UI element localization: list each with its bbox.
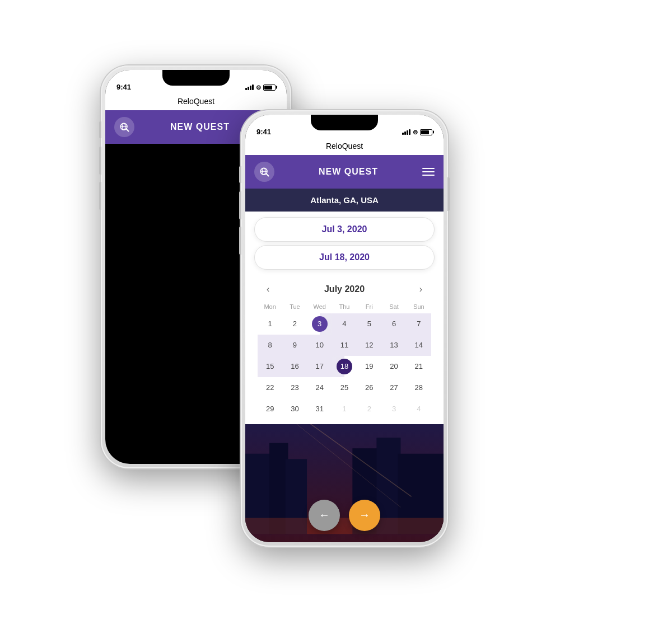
cal-row-2: 8 9 10 11 12 13 14 (258, 335, 431, 356)
th-thu: Thu (332, 301, 357, 313)
cal-row-1: 1 2 3 4 5 6 7 (258, 313, 431, 335)
globe-search-icon-back[interactable] (114, 117, 134, 137)
cal-day-15[interactable]: 15 (258, 356, 282, 377)
location-text-front: Atlanta, GA, USA (310, 195, 379, 205)
time-back: 9:41 (116, 83, 131, 91)
calendar-nav: ‹ July 2020 › (258, 280, 431, 301)
cal-day-17[interactable]: 17 (307, 356, 332, 377)
cal-row-3: 15 16 17 18 19 20 21 (258, 356, 431, 377)
cal-day-21[interactable]: 21 (407, 356, 431, 377)
cal-day-4[interactable]: 4 (332, 313, 357, 335)
cal-day-11[interactable]: 11 (332, 335, 357, 356)
cal-day-29[interactable]: 29 (258, 398, 282, 420)
cal-day-20[interactable]: 20 (381, 356, 406, 377)
cal-day-31[interactable]: 31 (307, 398, 332, 420)
cal-day-1[interactable]: 1 (258, 313, 282, 335)
app-name-back: ReloQuest (105, 95, 287, 110)
cal-day-13[interactable]: 13 (381, 335, 406, 356)
th-sat: Sat (381, 301, 406, 313)
cal-day-9[interactable]: 9 (282, 335, 307, 356)
header-front: NEW QUEST (245, 155, 444, 189)
time-front: 9:41 (256, 128, 271, 136)
globe-search-icon-front[interactable] (254, 162, 274, 182)
cal-day-aug4[interactable]: 4 (407, 398, 431, 420)
end-date-text: Jul 18, 2020 (319, 252, 370, 262)
cal-row-4: 22 23 24 25 26 27 28 (258, 377, 431, 398)
svg-line-37 (266, 173, 268, 176)
next-month-arrow[interactable]: › (415, 282, 427, 297)
menu-icon-front[interactable] (422, 168, 435, 176)
next-arrow-icon: → (359, 509, 370, 522)
svg-line-1 (126, 129, 128, 131)
cal-day-18[interactable]: 18 (332, 356, 357, 377)
back-button[interactable]: ← (309, 500, 340, 531)
cal-day-6[interactable]: 6 (381, 313, 406, 335)
calendar-proper: Mon Tue Wed Thu Fri Sat Sun (258, 301, 431, 420)
th-tue: Tue (282, 301, 307, 313)
cal-day-aug1[interactable]: 1 (332, 398, 357, 420)
location-bar-front: Atlanta, GA, USA (245, 189, 444, 212)
prev-month-arrow[interactable]: ‹ (262, 282, 274, 297)
header-title-front: NEW QUEST (319, 167, 378, 177)
cal-day-10[interactable]: 10 (307, 335, 332, 356)
th-sun: Sun (407, 301, 431, 313)
notch-front (311, 115, 378, 130)
signal-front (402, 129, 410, 135)
signal-back (245, 84, 254, 90)
app-name-front: ReloQuest (245, 139, 444, 155)
cal-day-aug3[interactable]: 3 (381, 398, 406, 420)
cal-header: Mon Tue Wed Thu Fri Sat Sun (258, 301, 431, 313)
cal-day-16[interactable]: 16 (282, 356, 307, 377)
cal-day-23[interactable]: 23 (282, 377, 307, 398)
battery-front (420, 129, 432, 135)
calendar: ‹ July 2020 › Mon Tue Wed Thu Fri (251, 275, 438, 424)
cal-day-2[interactable]: 2 (282, 313, 307, 335)
wifi-back: ⊜ (256, 84, 261, 91)
phone-front: 9:41 ⊜ ReloQuest (241, 110, 448, 547)
front-phone-content: Atlanta, GA, USA Jul 3, 2020 Jul 18, 202… (245, 189, 444, 424)
next-button[interactable]: → (349, 500, 380, 531)
cal-day-5[interactable]: 5 (357, 313, 381, 335)
cal-day-26[interactable]: 26 (357, 377, 381, 398)
wifi-front: ⊜ (413, 129, 418, 136)
battery-back (263, 84, 276, 91)
cal-day-12[interactable]: 12 (357, 335, 381, 356)
end-date-pill[interactable]: Jul 18, 2020 (254, 245, 435, 270)
cal-day-30[interactable]: 30 (282, 398, 307, 420)
cal-row-5: 29 30 31 1 2 3 4 (258, 398, 431, 420)
cal-day-24[interactable]: 24 (307, 377, 332, 398)
header-title-back: NEW QUEST (170, 122, 230, 132)
cal-day-27[interactable]: 27 (381, 377, 406, 398)
cal-day-7[interactable]: 7 (407, 313, 431, 335)
cal-day-19[interactable]: 19 (357, 356, 381, 377)
cal-day-aug2[interactable]: 2 (357, 398, 381, 420)
cal-day-3[interactable]: 3 (307, 313, 332, 335)
calendar-month-title: July 2020 (324, 284, 365, 294)
back-arrow-icon: ← (319, 509, 330, 522)
th-wed: Wed (307, 301, 332, 313)
notch-back (162, 70, 230, 86)
cal-day-14[interactable]: 14 (407, 335, 431, 356)
bottom-navigation: ← → (245, 500, 444, 531)
cal-day-25[interactable]: 25 (332, 377, 357, 398)
th-mon: Mon (258, 301, 282, 313)
th-fri: Fri (357, 301, 381, 313)
cal-day-28[interactable]: 28 (407, 377, 431, 398)
cal-day-22[interactable]: 22 (258, 377, 282, 398)
cal-day-8[interactable]: 8 (258, 335, 282, 356)
start-date-text: Jul 3, 2020 (322, 224, 367, 234)
start-date-pill[interactable]: Jul 3, 2020 (254, 217, 435, 242)
